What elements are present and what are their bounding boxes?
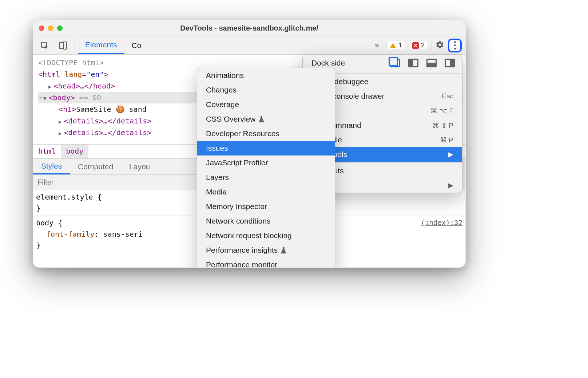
collapse-body-icon[interactable]	[43, 92, 48, 103]
submenu-arrow-icon: ▶	[448, 150, 453, 158]
submenu-item-developer-resources[interactable]: Developer Resources	[197, 126, 335, 141]
dock-left-button[interactable]	[408, 59, 418, 67]
submenu-item-javascript-profiler[interactable]: JavaScript Profiler	[197, 155, 335, 170]
expand-details2-icon[interactable]	[59, 128, 64, 137]
submenu-item-performance-monitor[interactable]: Performance monitor	[197, 257, 335, 268]
devtools-window: DevTools - samesite-sandbox.glitch.me/ E…	[33, 20, 466, 268]
errors-count: 2	[421, 42, 425, 49]
window-title: DevTools - samesite-sandbox.glitch.me/	[33, 24, 465, 32]
dock-bottom-button[interactable]	[426, 59, 437, 67]
errors-badge[interactable]: ✕ 2	[409, 41, 428, 50]
submenu-item-css-overview[interactable]: CSS Overview	[197, 112, 335, 126]
tab-styles[interactable]: Styles	[33, 159, 70, 174]
expand-head-icon[interactable]	[48, 82, 53, 90]
warning-icon	[390, 42, 396, 49]
tab-layout-truncated[interactable]: Layou	[121, 159, 158, 174]
dock-right-button[interactable]	[445, 59, 455, 67]
traffic-lights	[33, 25, 63, 31]
more-options-button[interactable]	[448, 39, 462, 52]
device-toolbar-icon[interactable]	[58, 40, 68, 51]
separator	[432, 40, 432, 51]
crumb-html[interactable]: html	[33, 145, 61, 158]
submenu-item-network-request-blocking[interactable]: Network request blocking	[197, 228, 335, 243]
dock-undock-button[interactable]	[390, 59, 400, 67]
minimize-window-button[interactable]	[48, 25, 53, 31]
titlebar: DevTools - samesite-sandbox.glitch.me/	[33, 20, 465, 36]
submenu-item-issues[interactable]: Issues	[197, 141, 335, 155]
expand-details1-icon[interactable]	[59, 117, 64, 125]
crumb-body[interactable]: body	[61, 145, 88, 158]
error-icon: ✕	[412, 42, 419, 49]
dock-side-label: Dock side	[311, 59, 345, 67]
warnings-count: 1	[398, 42, 402, 49]
submenu-item-changes[interactable]: Changes	[197, 83, 335, 97]
settings-button[interactable]	[436, 40, 444, 51]
submenu-arrow-icon: ▶	[448, 181, 453, 189]
dom-details-1[interactable]: <details>…</details>	[64, 117, 151, 125]
panel-tabs: Elements Co	[75, 36, 148, 54]
main-toolbar: Elements Co » 1 ✕ 2	[33, 36, 465, 55]
rule-source-link[interactable]: (index):32	[421, 217, 462, 228]
tabs-overflow-button[interactable]: »	[371, 41, 383, 50]
dom-doctype: <!DOCTYPE html>	[38, 58, 104, 67]
dom-details-2[interactable]: <details>…</details>	[64, 128, 151, 137]
submenu-item-memory-inspector[interactable]: Memory Inspector	[197, 199, 335, 214]
submenu-item-coverage[interactable]: Coverage	[197, 97, 335, 112]
inspect-element-icon[interactable]	[40, 40, 50, 51]
more-tools-submenu: AnimationsChangesCoverageCSS OverviewDev…	[197, 68, 335, 268]
dom-head[interactable]: <head>…</head>	[53, 82, 115, 90]
submenu-item-layers[interactable]: Layers	[197, 170, 335, 185]
close-window-button[interactable]	[39, 25, 44, 31]
submenu-item-media[interactable]: Media	[197, 185, 335, 199]
tab-elements[interactable]: Elements	[78, 36, 124, 54]
submenu-item-performance-insights[interactable]: Performance insights	[197, 243, 335, 257]
zoom-window-button[interactable]	[57, 25, 63, 31]
dom-h1-text: SameSite 🍪 sand	[76, 105, 147, 114]
tab-computed[interactable]: Computed	[70, 159, 121, 174]
submenu-item-animations[interactable]: Animations	[197, 68, 335, 83]
kebab-icon	[454, 41, 456, 50]
warnings-badge[interactable]: 1	[386, 41, 405, 50]
submenu-item-network-conditions[interactable]: Network conditions	[197, 214, 335, 228]
tab-console-truncated[interactable]: Co	[124, 36, 149, 54]
